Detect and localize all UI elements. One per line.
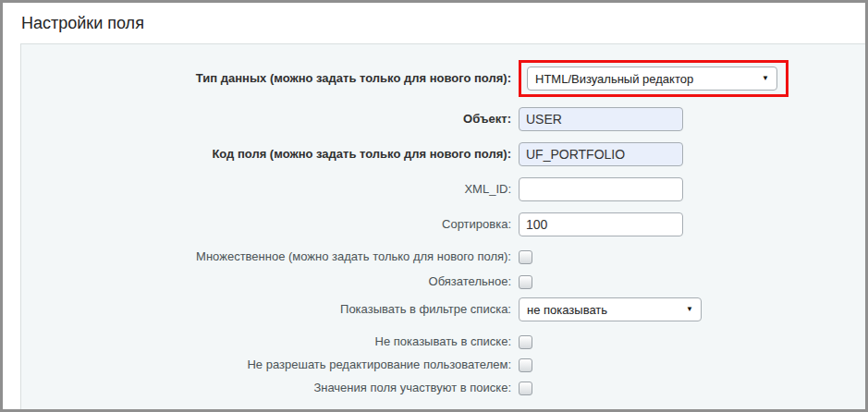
hide-in-list-checkbox[interactable]: [519, 335, 532, 349]
field-settings-window: Настройки поля Тип данных (можно задать …: [0, 0, 868, 412]
row-xml-id: XML_ID:: [21, 177, 865, 201]
field-settings-panel: Тип данных (можно задать только для ново…: [20, 43, 865, 409]
page-title: Настройки поля: [21, 14, 144, 32]
title-bar: Настройки поля: [3, 3, 865, 43]
entity-input[interactable]: [519, 107, 683, 131]
row-sort: Сортировка:: [21, 212, 865, 236]
row-show-in-filter: Показывать в фильтре списка: не показыва…: [21, 297, 865, 321]
row-entity: Объект:: [21, 107, 865, 131]
sort-label: Сортировка:: [21, 217, 519, 232]
data-type-label: Тип данных (можно задать только для ново…: [21, 71, 519, 86]
chevron-down-icon: ▼: [686, 306, 693, 313]
searchable-checkbox[interactable]: [519, 382, 532, 395]
sort-input[interactable]: [519, 212, 683, 236]
row-mandatory: Обязательное:: [21, 274, 865, 289]
data-type-select[interactable]: HTML/Визуальный редактор ▼: [527, 67, 777, 91]
entity-label: Объект:: [21, 112, 519, 127]
row-data-type: Тип данных (можно задать только для ново…: [21, 60, 865, 97]
row-no-user-edit: Не разрешать редактирование пользователе…: [21, 357, 865, 372]
chevron-down-icon: ▼: [762, 75, 769, 82]
xml-id-label: XML_ID:: [21, 182, 519, 197]
show-in-filter-label: Показывать в фильтре списка:: [21, 302, 519, 317]
highlight-box: HTML/Визуальный редактор ▼: [519, 60, 789, 97]
mandatory-checkbox[interactable]: [519, 275, 532, 289]
no-user-edit-checkbox[interactable]: [519, 358, 532, 372]
row-multiple: Множественное (можно задать только для н…: [21, 249, 865, 264]
mandatory-label: Обязательное:: [21, 274, 519, 289]
multiple-label: Множественное (можно задать только для н…: [21, 249, 519, 264]
hide-in-list-label: Не показывать в списке:: [21, 334, 519, 349]
row-searchable: Значения поля участвуют в поиске:: [21, 381, 865, 395]
no-user-edit-label: Не разрешать редактирование пользователе…: [21, 357, 519, 372]
xml-id-input[interactable]: [519, 177, 683, 201]
multiple-checkbox[interactable]: [519, 250, 532, 264]
searchable-label: Значения поля участвуют в поиске:: [21, 381, 519, 395]
field-code-label: Код поля (можно задать только для нового…: [21, 147, 519, 162]
show-in-filter-select-value: не показывать: [527, 303, 607, 317]
field-code-input[interactable]: [519, 142, 683, 166]
row-field-code: Код поля (можно задать только для нового…: [21, 142, 865, 166]
row-hide-in-list: Не показывать в списке:: [21, 334, 865, 349]
data-type-select-value: HTML/Визуальный редактор: [535, 72, 693, 86]
show-in-filter-select[interactable]: не показывать ▼: [519, 297, 702, 321]
